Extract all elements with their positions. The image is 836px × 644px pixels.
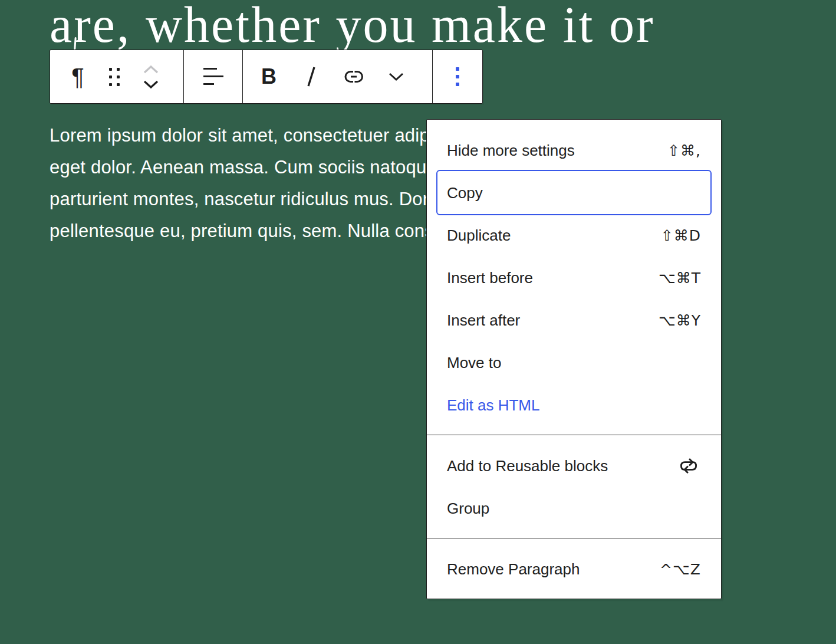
- chevron-down-icon: [387, 71, 406, 83]
- menu-item-hide-more-settings[interactable]: Hide more settings ⇧⌘,: [427, 129, 721, 172]
- menu-item-label: Duplicate: [447, 226, 511, 245]
- bold-button[interactable]: B: [248, 51, 290, 103]
- move-up-icon: [142, 64, 160, 75]
- menu-section-remove: Remove Paragraph ^⌥Z: [427, 538, 721, 599]
- menu-item-label: Edit as HTML: [447, 396, 540, 415]
- toolbar-group-align: [184, 50, 243, 103]
- align-text-icon: [202, 66, 225, 87]
- toolbar-group-block: ¶: [50, 50, 184, 103]
- menu-item-label: Remove Paragraph: [447, 560, 580, 579]
- menu-item-move-to[interactable]: Move to: [427, 341, 721, 384]
- reusable-block-icon: [676, 454, 701, 478]
- italic-icon: [304, 64, 318, 90]
- shortcut-hint: ⌥⌘T: [659, 270, 701, 287]
- shortcut-hint: ⇧⌘D: [661, 227, 701, 244]
- link-button[interactable]: [333, 51, 375, 103]
- menu-item-add-to-reusable-blocks[interactable]: Add to Reusable blocks: [427, 445, 721, 487]
- options-button[interactable]: [456, 51, 459, 103]
- menu-item-label: Hide more settings: [447, 142, 575, 160]
- drag-handle[interactable]: [96, 51, 133, 103]
- menu-item-label: Group: [447, 500, 489, 518]
- options-icon: [456, 67, 459, 86]
- menu-item-edit-as-html[interactable]: Edit as HTML: [427, 384, 721, 426]
- paragraph-icon: ¶: [71, 65, 84, 88]
- options-dropdown-menu: Hide more settings ⇧⌘, Copy Duplicate ⇧⌘…: [426, 119, 722, 599]
- menu-section-settings: Hide more settings ⇧⌘, Copy Duplicate ⇧⌘…: [427, 120, 721, 435]
- shortcut-hint: ^⌥Z: [660, 561, 701, 578]
- italic-button[interactable]: [290, 51, 333, 103]
- menu-item-copy[interactable]: Copy: [427, 172, 721, 214]
- menu-item-label: Copy: [447, 184, 483, 202]
- link-icon: [341, 64, 367, 90]
- heading-block[interactable]: are, whether you make it or: [50, 0, 655, 50]
- menu-section-reusable: Add to Reusable blocks Group: [427, 435, 721, 538]
- menu-item-duplicate[interactable]: Duplicate ⇧⌘D: [427, 214, 721, 257]
- more-formatting-button[interactable]: [375, 51, 417, 103]
- paragraph-block-button[interactable]: ¶: [60, 51, 96, 103]
- block-mover[interactable]: [133, 51, 169, 103]
- shortcut-hint: ⇧⌘,: [667, 142, 701, 159]
- menu-item-label: Insert after: [447, 311, 520, 330]
- move-down-icon[interactable]: [142, 79, 160, 90]
- editor-canvas: are, whether you make it or Lorem ipsum …: [0, 0, 836, 644]
- menu-item-label: Move to: [447, 354, 502, 372]
- block-toolbar: ¶: [50, 50, 483, 104]
- bold-icon: B: [261, 64, 277, 89]
- menu-item-insert-after[interactable]: Insert after ⌥⌘Y: [427, 299, 721, 341]
- shortcut-hint: ⌥⌘Y: [659, 312, 701, 329]
- menu-item-remove-paragraph[interactable]: Remove Paragraph ^⌥Z: [427, 548, 721, 590]
- menu-item-group[interactable]: Group: [427, 487, 721, 530]
- menu-item-label: Add to Reusable blocks: [447, 457, 608, 475]
- toolbar-group-format: B: [243, 50, 433, 103]
- menu-item-insert-before[interactable]: Insert before ⌥⌘T: [427, 257, 721, 299]
- drag-handle-icon: [109, 68, 120, 86]
- toolbar-group-options: [433, 50, 482, 103]
- align-text-button[interactable]: [202, 51, 225, 103]
- menu-item-label: Insert before: [447, 269, 533, 287]
